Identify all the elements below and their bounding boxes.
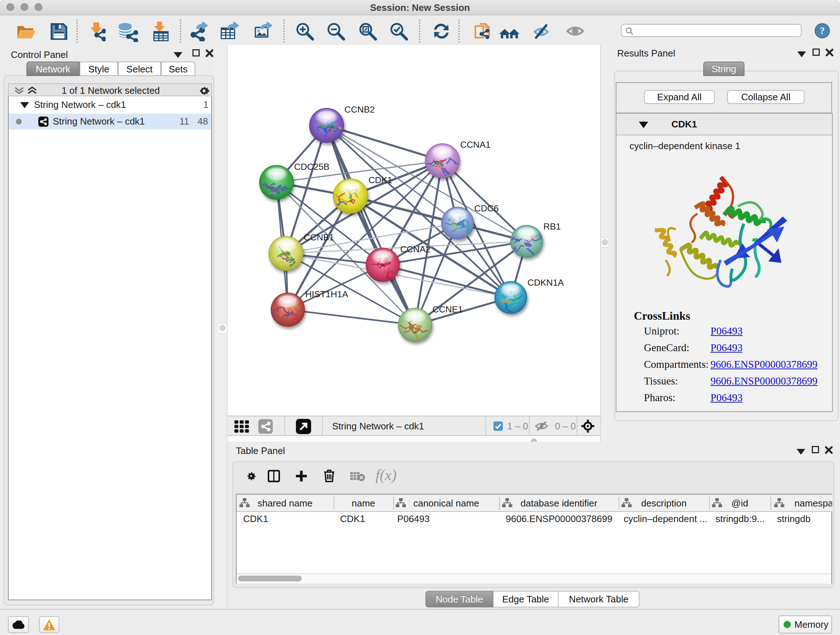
svg-text:CDC25B: CDC25B	[294, 162, 330, 172]
svg-text:CCNA2: CCNA2	[400, 244, 431, 254]
svg-text:CCNB1: CCNB1	[304, 233, 334, 242]
svg-text:CCNB2: CCNB2	[344, 105, 375, 114]
svg-text:CDK1: CDK1	[368, 175, 392, 185]
svg-text:HIST1H1A: HIST1H1A	[305, 289, 348, 299]
svg-text:CCNA1: CCNA1	[460, 140, 491, 149]
svg-text:CDKN1A: CDKN1A	[527, 278, 564, 287]
svg-text:CDC6: CDC6	[474, 203, 499, 213]
svg-text:?: ?	[820, 25, 825, 36]
svg-text:CCNE1: CCNE1	[432, 304, 463, 314]
svg-text:RB1: RB1	[543, 222, 561, 231]
